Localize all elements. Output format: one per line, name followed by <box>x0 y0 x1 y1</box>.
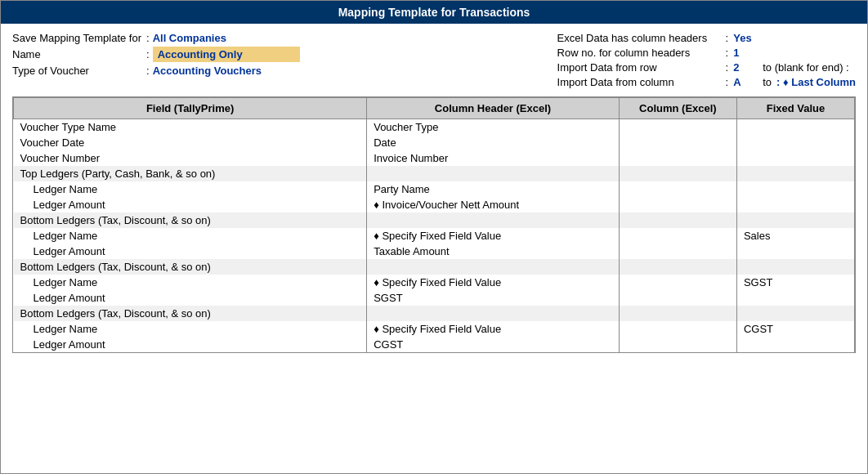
type-label: Type of Voucher <box>12 65 143 77</box>
field-cell: Ledger Name <box>14 181 367 197</box>
table-row: Ledger Name♦ Specify Fixed Field ValueSG… <box>14 275 855 290</box>
table-row: Ledger Name♦ Specify Fixed Field ValueSa… <box>14 228 855 244</box>
import-row-row: Import Data from row : 2 to (blank for e… <box>557 61 856 74</box>
fixed-value-cell: SGST <box>736 275 854 290</box>
fixed-value-cell <box>736 181 854 197</box>
mapping-table-wrapper: Field (TallyPrime) Column Header (Excel)… <box>12 96 856 353</box>
table-row: Ledger NameParty Name <box>14 181 855 197</box>
fixed-value-cell <box>736 135 854 150</box>
save-mapping-value: All Companies <box>153 32 226 44</box>
field-cell: Ledger Name <box>14 228 367 244</box>
fixed-value-cell <box>736 150 854 166</box>
excel-headers-row: Excel Data has column headers : Yes <box>557 32 856 44</box>
field-cell: Ledger Name <box>14 321 367 337</box>
fixed-value-cell <box>736 212 854 228</box>
table-row: Top Ledgers (Party, Cash, Bank, & so on) <box>14 166 855 181</box>
title-bar: Mapping Template for Transactions <box>1 1 867 24</box>
name-row: Name : Accounting Only <box>12 47 300 62</box>
field-cell: Ledger Amount <box>14 197 367 212</box>
column-excel-cell <box>619 290 736 306</box>
row-no-row: Row no. for column headers : 1 <box>557 47 856 59</box>
field-cell: Bottom Ledgers (Tax, Discount, & so on) <box>14 259 367 275</box>
column-header-cell: Invoice Number <box>367 150 620 166</box>
column-excel-cell <box>619 119 736 136</box>
fixed-value-cell: Sales <box>736 228 854 244</box>
column-excel-cell <box>619 212 736 228</box>
field-cell: Bottom Ledgers (Tax, Discount, & so on) <box>14 306 367 321</box>
column-excel-cell <box>619 321 736 337</box>
column-header-cell: Date <box>367 135 620 150</box>
excel-headers-value: Yes <box>733 32 758 44</box>
fixed-value-cell <box>736 119 854 136</box>
import-row-extra: to (blank for end) : <box>763 61 849 74</box>
column-excel-cell <box>619 166 736 181</box>
field-cell: Voucher Date <box>14 135 367 150</box>
row-no-value: 1 <box>733 47 758 59</box>
table-header-row: Field (TallyPrime) Column Header (Excel)… <box>14 98 855 119</box>
fixed-value-cell <box>736 244 854 259</box>
column-header-cell: ♦ Specify Fixed Field Value <box>367 228 620 244</box>
header-column-excel: Column (Excel) <box>619 98 736 119</box>
import-col-extra: to <box>763 76 772 88</box>
column-excel-cell <box>619 275 736 290</box>
table-row: Voucher Type NameVoucher Type <box>14 119 855 136</box>
table-row: Ledger Amount♦ Invoice/Voucher Nett Amou… <box>14 197 855 212</box>
field-cell: Voucher Number <box>14 150 367 166</box>
column-header-cell <box>367 306 620 321</box>
save-mapping-row: Save Mapping Template for : All Companie… <box>12 32 300 44</box>
row-no-label: Row no. for column headers <box>557 47 721 59</box>
column-header-cell <box>367 212 620 228</box>
main-window: Mapping Template for Transactions Save M… <box>0 0 868 474</box>
field-cell: Ledger Amount <box>14 290 367 306</box>
type-value: Accounting Vouchers <box>153 65 262 77</box>
import-col-row: Import Data from column : A to : ♦ Last … <box>557 76 856 88</box>
field-cell: Ledger Amount <box>14 244 367 259</box>
table-row: Ledger AmountSGST <box>14 290 855 306</box>
mapping-table: Field (TallyPrime) Column Header (Excel)… <box>13 97 855 352</box>
import-row-label: Import Data from row <box>557 61 721 74</box>
column-header-cell: CGST <box>367 337 620 352</box>
column-header-cell: Party Name <box>367 181 620 197</box>
column-excel-cell <box>619 197 736 212</box>
column-excel-cell <box>619 337 736 352</box>
table-row: Voucher NumberInvoice Number <box>14 150 855 166</box>
table-row: Bottom Ledgers (Tax, Discount, & so on) <box>14 306 855 321</box>
column-header-cell: ♦ Specify Fixed Field Value <box>367 321 620 337</box>
column-header-cell: ♦ Specify Fixed Field Value <box>367 275 620 290</box>
column-excel-cell <box>619 228 736 244</box>
column-excel-cell <box>619 181 736 197</box>
column-excel-cell <box>619 135 736 150</box>
table-row: Ledger AmountTaxable Amount <box>14 244 855 259</box>
table-row: Ledger Name♦ Specify Fixed Field ValueCG… <box>14 321 855 337</box>
content-area: Save Mapping Template for : All Companie… <box>1 24 867 473</box>
fixed-value-cell <box>736 197 854 212</box>
column-excel-cell <box>619 150 736 166</box>
meta-left: Save Mapping Template for : All Companie… <box>12 32 300 88</box>
field-cell: Bottom Ledgers (Tax, Discount, & so on) <box>14 212 367 228</box>
title: Mapping Template for Transactions <box>338 6 530 19</box>
table-row: Voucher DateDate <box>14 135 855 150</box>
import-col-label: Import Data from column <box>557 76 721 88</box>
name-value[interactable]: Accounting Only <box>153 47 300 62</box>
import-col-value: A <box>733 76 758 88</box>
fixed-value-cell <box>736 166 854 181</box>
field-cell: Voucher Type Name <box>14 119 367 136</box>
field-cell: Top Ledgers (Party, Cash, Bank, & so on) <box>14 166 367 181</box>
column-header-cell <box>367 166 620 181</box>
fixed-value-cell <box>736 306 854 321</box>
meta-section: Save Mapping Template for : All Companie… <box>12 32 856 88</box>
column-excel-cell <box>619 259 736 275</box>
table-row: Bottom Ledgers (Tax, Discount, & so on) <box>14 259 855 275</box>
header-field: Field (TallyPrime) <box>14 98 367 119</box>
column-header-cell: Voucher Type <box>367 119 620 136</box>
column-excel-cell <box>619 244 736 259</box>
header-column-header: Column Header (Excel) <box>367 98 620 119</box>
table-row: Bottom Ledgers (Tax, Discount, & so on) <box>14 212 855 228</box>
import-col-extra2: : ♦ Last Column <box>776 76 856 88</box>
fixed-value-cell: CGST <box>736 321 854 337</box>
import-row-value: 2 <box>733 61 758 74</box>
table-row: Ledger AmountCGST <box>14 337 855 352</box>
excel-headers-label: Excel Data has column headers <box>557 32 721 44</box>
meta-right: Excel Data has column headers : Yes Row … <box>557 32 856 88</box>
fixed-value-cell <box>736 290 854 306</box>
